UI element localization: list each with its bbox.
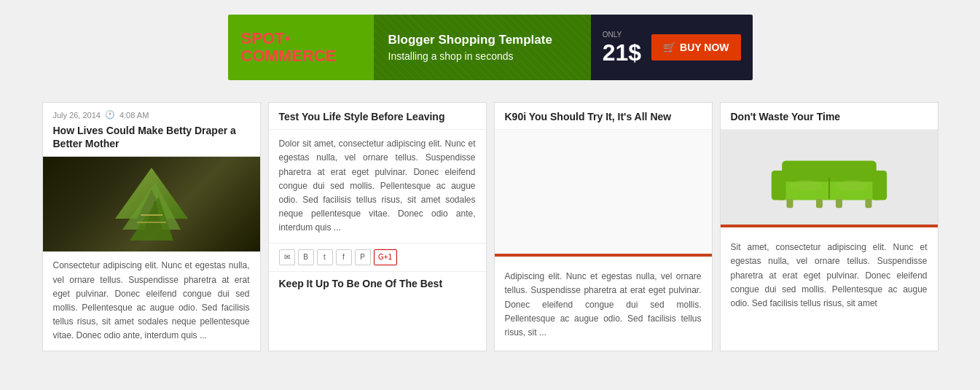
card-1-time: 4:08 AM xyxy=(119,111,149,120)
clock-icon: 🕐 xyxy=(105,110,115,120)
banner-only-label: ONLY 21$ xyxy=(603,28,641,66)
nvidia-graphic xyxy=(43,157,260,251)
card-4-divider xyxy=(721,225,938,227)
card-2-title: Test You Life Style Before Leaving xyxy=(279,110,476,123)
banner-subtitle: Installing a shop in seconds xyxy=(388,50,552,62)
buy-now-label: BUY NOW xyxy=(680,42,729,53)
card-4-header: Don't Waste Your Time xyxy=(721,103,938,130)
card-4-title: Don't Waste Your Time xyxy=(731,110,928,123)
social-blog-icon[interactable]: B xyxy=(298,249,314,265)
card-2-text: Dolor sit amet, consectetur adipiscing e… xyxy=(279,137,476,235)
card-1-meta: July 26, 2014 🕐 4:08 AM xyxy=(53,110,250,120)
banner-brand: SPOT• COMMERCE xyxy=(241,30,337,65)
social-facebook-icon[interactable]: f xyxy=(336,249,352,265)
card-3-body: Adipiscing elit. Nunc et egestas nulla, … xyxy=(495,262,712,347)
svg-point-10 xyxy=(836,181,869,191)
banner-price: 21$ xyxy=(603,39,641,66)
social-twitter-icon[interactable]: t xyxy=(317,249,333,265)
card-1-image xyxy=(43,157,260,251)
card-4: Don't Waste Your Time xyxy=(720,102,938,351)
content-area: July 26, 2014 🕐 4:08 AM How Lives Could … xyxy=(24,102,957,351)
social-icons: ✉ B t f P G+1 xyxy=(269,243,486,272)
card-2-second-title-link[interactable]: Keep It Up To Be One Of The Best xyxy=(279,278,443,289)
card-3-blank xyxy=(495,130,712,254)
card-1-title: How Lives Could Make Betty Draper a Bett… xyxy=(53,124,250,150)
banner-only-text: ONLY xyxy=(603,31,622,39)
svg-rect-7 xyxy=(836,199,842,208)
svg-rect-5 xyxy=(786,199,793,208)
card-3-text: Adipiscing elit. Nunc et egestas nulla, … xyxy=(505,270,702,340)
card-3: K90i You Should Try It, It's All New Adi… xyxy=(494,102,713,351)
card-1-text: Consectetur adipiscing elit. Nunc et ege… xyxy=(53,259,250,343)
card-2-second-title: Keep It Up To Be One Of The Best xyxy=(269,272,486,294)
svg-rect-6 xyxy=(816,199,823,208)
svg-rect-8 xyxy=(865,199,871,208)
banner: SPOT• COMMERCE Blogger Shopping Template… xyxy=(228,15,753,80)
social-email-icon[interactable]: ✉ xyxy=(279,249,295,265)
card-4-body: Sit amet, consectetur adipiscing elit. N… xyxy=(721,233,938,318)
banner-commerce-text: COMMERCE xyxy=(241,47,337,65)
card-3-header: K90i You Should Try It, It's All New xyxy=(495,103,712,130)
card-3-divider xyxy=(495,254,712,257)
social-gplus-icon[interactable]: G+1 xyxy=(374,249,397,265)
banner-left: SPOT• COMMERCE xyxy=(228,15,374,80)
banner-dot: • xyxy=(284,29,290,47)
card-1-header: July 26, 2014 🕐 4:08 AM How Lives Could … xyxy=(43,103,260,157)
banner-middle: Blogger Shopping Template Installing a s… xyxy=(374,15,591,80)
svg-rect-3 xyxy=(872,171,887,200)
banner-title: Blogger Shopping Template xyxy=(388,33,552,47)
banner-right: ONLY 21$ 🛒 BUY NOW xyxy=(591,15,753,80)
card-1-body: Consectetur adipiscing elit. Nunc et ege… xyxy=(43,251,260,350)
buy-now-button[interactable]: 🛒 BUY NOW xyxy=(651,34,740,61)
svg-point-9 xyxy=(790,181,823,191)
card-2-body: Dolor sit amet, consectetur adipiscing e… xyxy=(269,130,486,242)
card-4-text: Sit amet, consectetur adipiscing elit. N… xyxy=(731,241,928,311)
card-1-title-link[interactable]: How Lives Could Make Betty Draper a Bett… xyxy=(53,125,236,149)
card-2-title-link[interactable]: Test You Life Style Before Leaving xyxy=(279,111,445,122)
sofa-svg xyxy=(764,137,895,217)
nvidia-logo-svg xyxy=(101,160,203,248)
svg-rect-2 xyxy=(771,171,785,200)
social-pinterest-icon[interactable]: P xyxy=(355,249,371,265)
card-1-date: July 26, 2014 xyxy=(53,111,101,120)
card-4-title-link[interactable]: Don't Waste Your Time xyxy=(731,111,841,122)
cart-icon: 🛒 xyxy=(663,42,675,53)
card-3-title-link[interactable]: K90i You Should Try It, It's All New xyxy=(505,111,672,122)
banner-spot-text: SPOT xyxy=(241,29,285,47)
card-3-title: K90i You Should Try It, It's All New xyxy=(505,110,702,123)
card-2: Test You Life Style Before Leaving Dolor… xyxy=(268,102,487,351)
banner-wrapper: SPOT• COMMERCE Blogger Shopping Template… xyxy=(0,0,980,102)
banner-middle-content: Blogger Shopping Template Installing a s… xyxy=(388,33,552,62)
card-1: July 26, 2014 🕐 4:08 AM How Lives Could … xyxy=(42,102,261,351)
card-2-header: Test You Life Style Before Leaving xyxy=(269,103,486,130)
sofa-graphic xyxy=(721,130,938,225)
